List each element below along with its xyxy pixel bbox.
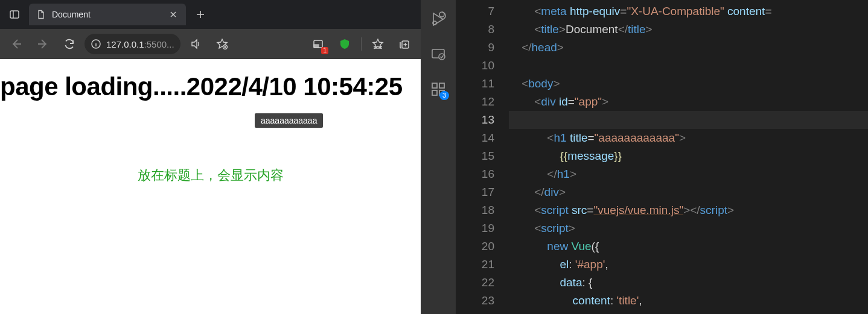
new-tab-button[interactable] <box>190 4 211 25</box>
svg-rect-25 <box>432 90 437 95</box>
browser-tab[interactable]: Document <box>29 4 186 25</box>
run-debug-icon[interactable] <box>424 6 453 33</box>
site-info-icon[interactable] <box>91 39 101 49</box>
extensions-icon[interactable]: 3 <box>424 76 453 102</box>
extensions-badge: 3 <box>439 91 449 100</box>
remote-window-icon[interactable] <box>424 41 453 68</box>
tab-strip: Document <box>0 0 421 29</box>
title-tooltip: aaaaaaaaaaaa <box>255 113 323 128</box>
page-heading: page loading.....2022/4/10 10:54:25 <box>0 59 421 101</box>
vscode-activity-bar: 3 <box>421 0 456 314</box>
back-button[interactable] <box>5 33 28 55</box>
nav-divider <box>361 37 362 51</box>
code-editor[interactable]: 7891011121314151617181920212223 <meta ht… <box>456 0 868 314</box>
tab-actions-button[interactable] <box>4 4 25 25</box>
refresh-button[interactable] <box>58 33 81 55</box>
svg-rect-13 <box>314 45 319 48</box>
collections-button[interactable] <box>393 33 416 55</box>
svg-rect-24 <box>432 83 437 88</box>
page-viewport: page loading.....2022/4/10 10:54:25 aaaa… <box>0 59 421 314</box>
tab-title: Document <box>52 10 162 19</box>
file-icon <box>36 10 46 19</box>
read-aloud-button[interactable] <box>184 33 207 55</box>
url-text: 127.0.0.1:5500... <box>106 39 174 49</box>
line-gutter: 7891011121314151617181920212223 <box>456 0 509 314</box>
nav-bar: 127.0.0.1:5500... 1 <box>0 29 421 59</box>
adblock-icon[interactable] <box>333 33 356 55</box>
svg-rect-0 <box>10 11 19 18</box>
devtools-badge: 1 <box>321 47 328 54</box>
favorite-button[interactable] <box>211 33 234 55</box>
page-caption: 放在标题上，会显示内容 <box>0 166 421 184</box>
favorites-hub-button[interactable] <box>366 33 389 55</box>
devtools-button[interactable]: 1 <box>307 33 330 55</box>
svg-point-23 <box>439 54 445 60</box>
forward-button[interactable] <box>31 33 54 55</box>
code-content[interactable]: <meta http-equiv="X-UA-Compatible" conte… <box>509 0 868 314</box>
svg-rect-27 <box>439 83 444 88</box>
close-tab-button[interactable] <box>168 9 179 20</box>
browser-window: Document 127.0.0.1:5500... <box>0 0 421 314</box>
address-bar[interactable]: 127.0.0.1:5500... <box>85 34 180 54</box>
